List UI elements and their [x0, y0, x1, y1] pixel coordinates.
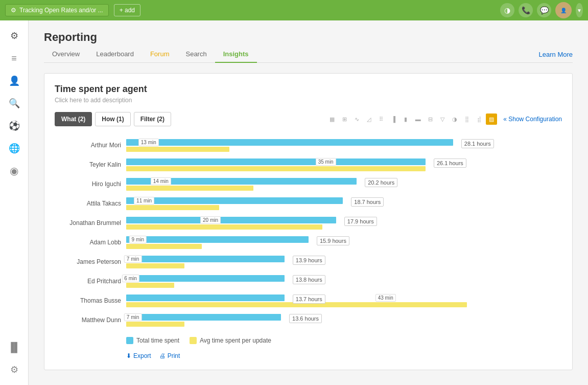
legend-yellow-box [190, 337, 197, 344]
bar-name-label: Attila Takacs [55, 200, 126, 207]
bar-blue-value-label: 13.6 hours [289, 314, 322, 323]
export-link[interactable]: ⬇ Export [126, 352, 151, 359]
sidebar-item-globe[interactable]: 🌐 [4, 138, 25, 158]
tab-forum[interactable]: Forum [142, 46, 178, 63]
legend-yellow-label: Avg time spent per update [200, 337, 271, 344]
legend: Total time spent Avg time spent per upda… [55, 337, 562, 344]
bar-blue: 26.1 hours [126, 158, 426, 165]
viz-bar-icon[interactable]: ▐ [388, 114, 399, 125]
bar-blue: 15.9 hours [126, 236, 309, 243]
active-tab[interactable]: ⚙ Tracking Open Rates and/or ... [5, 4, 109, 16]
sidebar-item-circle[interactable]: ◉ [4, 161, 25, 181]
bar-wrapper: 18.7 hours11 min [126, 195, 562, 212]
bar-blue-value-label: 26.1 hours [434, 158, 466, 168]
bar-wrapper: 13.7 hours43 min [126, 292, 562, 309]
viz-combo-icon[interactable]: ⊟ [425, 114, 436, 125]
learn-more-link[interactable]: Learn More [539, 51, 573, 58]
show-config-link[interactable]: « Show Configuration [503, 116, 562, 123]
filter-button[interactable]: Filter (2) [134, 112, 171, 126]
bar-yellow-value-label: 9 min [129, 236, 147, 243]
viz-area-icon[interactable]: ◿ [363, 114, 374, 125]
report-description[interactable]: Click here to add description [55, 97, 562, 104]
bar-blue-value-label: 13.7 hours [293, 295, 325, 304]
bar-row: James Peterson13.9 hours7 min [55, 253, 562, 270]
chat-icon[interactable]: 💬 [537, 3, 551, 17]
sidebar-item-users[interactable]: 👤 [4, 71, 25, 91]
content: Reporting Overview Leaderboard Forum Sea… [29, 20, 588, 385]
bar-blue-value-label: 18.7 hours [351, 197, 384, 207]
bar-row: Ed Pritchard13.8 hours6 min [55, 273, 562, 290]
viz-bar2-icon[interactable]: ▮ [400, 114, 411, 125]
sidebar-item-menu[interactable]: ≡ [4, 48, 25, 69]
bar-name-label: Thomas Busse [55, 297, 126, 304]
sidebar-item-chart[interactable]: ▐▌ [4, 337, 25, 357]
bar-wrapper: 26.1 hours35 min [126, 156, 562, 173]
viz-pie-icon[interactable]: ◑ [449, 114, 460, 125]
tabs: Overview Leaderboard Forum Search Insigh… [44, 46, 573, 63]
tab-insights[interactable]: Insights [215, 46, 257, 63]
sidebar-item-sports[interactable]: ⚽ [4, 116, 25, 136]
phone-icon[interactable]: 📞 [519, 3, 533, 17]
export-label: Export [133, 352, 151, 359]
bar-yellow: 6 min [126, 283, 174, 288]
print-link[interactable]: 🖨 Print [159, 352, 180, 359]
bar-yellow: 14 min [126, 186, 253, 191]
viz-active-icon[interactable]: ▨ [486, 114, 497, 125]
tab-gear-icon: ⚙ [11, 7, 16, 14]
bar-blue: 13.6 hours [126, 314, 281, 321]
bar-yellow-value-label: 35 min [316, 158, 336, 166]
avatar[interactable]: 👤 [555, 2, 572, 18]
bar-yellow: 11 min [126, 205, 219, 210]
bar-yellow: 7 min [126, 322, 184, 327]
sidebar-item-gear[interactable]: ⚙ [4, 26, 25, 46]
bar-row: Attila Takacs18.7 hours11 min [55, 195, 562, 212]
topbar: ⚙ Tracking Open Rates and/or ... + add ◑… [0, 0, 588, 20]
bar-yellow-value-label: 14 min [151, 177, 171, 185]
legend-blue: Total time spent [126, 337, 179, 344]
viz-icons: ▦ ⊞ ∿ ◿ ⠿ ▐ ▮ ▬ ⊟ ▽ ◑ ⣿ ⣾ ▨ [326, 114, 497, 125]
actions: ⬇ Export 🖨 Print [55, 352, 562, 359]
bar-yellow: 9 min [126, 244, 202, 249]
bar-wrapper: 15.9 hours9 min [126, 234, 562, 251]
chart-area: Arthur Mori28.1 hours13 minTeyler Kalin2… [55, 137, 562, 329]
viz-line-icon[interactable]: ∿ [351, 114, 362, 125]
sidebar-item-settings[interactable]: ⚙ [4, 359, 25, 380]
bar-yellow-value-label: 43 min [375, 294, 396, 302]
legend-blue-box [126, 337, 133, 344]
bar-yellow-value-label: 20 min [200, 216, 221, 224]
bar-wrapper: 28.1 hours13 min [126, 137, 562, 154]
viz-dot-icon[interactable]: ⣿ [461, 114, 473, 125]
viz-dot2-icon[interactable]: ⣾ [474, 114, 485, 125]
what-button[interactable]: What (2) [55, 112, 92, 126]
bar-wrapper: 13.8 hours6 min [126, 273, 562, 290]
bar-wrapper: 17.9 hours20 min [126, 214, 562, 232]
how-button[interactable]: How (1) [95, 112, 130, 126]
bar-blue-value-label: 28.1 hours [461, 139, 494, 148]
viz-scatter-icon[interactable]: ⠿ [375, 114, 387, 125]
legend-yellow: Avg time spent per update [190, 337, 271, 344]
bar-wrapper: 13.9 hours7 min [126, 253, 562, 270]
sidebar-item-search[interactable]: 🔍 [4, 93, 25, 114]
bar-wrapper: 20.2 hours14 min [126, 175, 562, 193]
bar-blue-value-label: 15.9 hours [317, 236, 349, 245]
tab-search[interactable]: Search [177, 46, 215, 63]
viz-hbar-icon[interactable]: ▬ [412, 114, 424, 125]
pacman-icon[interactable]: ◑ [500, 3, 514, 17]
bar-name-label: Jonathan Brummel [55, 219, 126, 227]
bar-blue: 13.7 hours [126, 295, 285, 301]
bar-yellow: 13 min [126, 147, 229, 152]
viz-table-icon[interactable]: ▦ [326, 114, 338, 125]
bar-row: Jonathan Brummel17.9 hours20 min [55, 214, 562, 232]
viz-filter-icon[interactable]: ▽ [437, 114, 448, 125]
tab-leaderboard[interactable]: Leaderboard [88, 46, 142, 63]
bar-yellow-value-label: 11 min [134, 197, 154, 205]
dropdown-icon[interactable]: ▼ [576, 3, 583, 17]
page-title: Reporting [44, 31, 573, 44]
add-button[interactable]: + add [114, 4, 140, 16]
bar-row: Arthur Mori28.1 hours13 min [55, 137, 562, 154]
bar-yellow: 7 min [126, 263, 184, 268]
bar-blue-value-label: 13.8 hours [293, 275, 325, 284]
tab-overview[interactable]: Overview [44, 46, 88, 63]
bar-row: Matthew Dunn13.6 hours7 min [55, 311, 562, 329]
viz-grid-icon[interactable]: ⊞ [339, 114, 350, 125]
